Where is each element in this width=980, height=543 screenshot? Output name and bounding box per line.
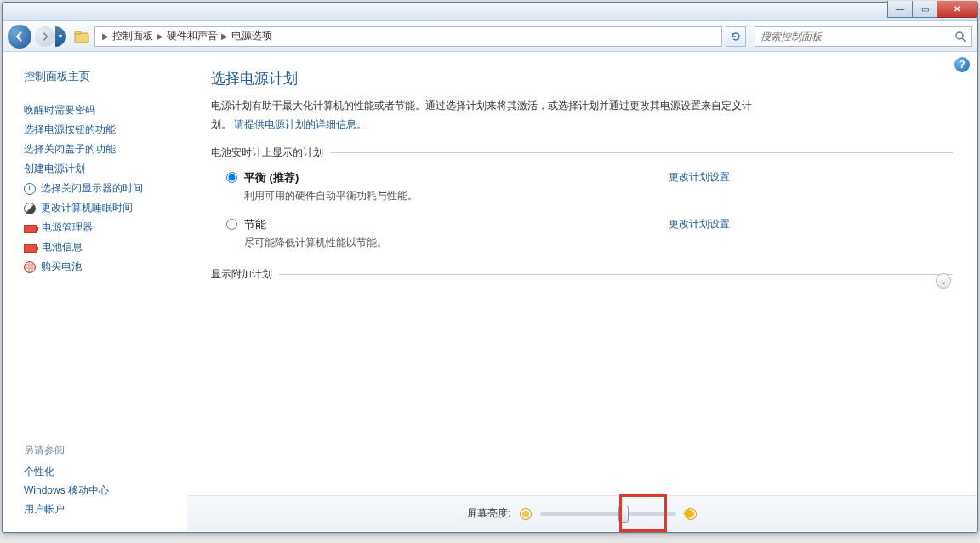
svg-point-2 bbox=[956, 32, 963, 39]
refresh-button[interactable] bbox=[726, 26, 746, 47]
svg-rect-0 bbox=[75, 33, 88, 43]
window: — ▭ ✕ ▾ ▶ 控制面板 ▶ 硬件和声音 ▶ 电源选项 bbox=[2, 2, 978, 533]
sidebar-item[interactable]: 唤醒时需要密码 bbox=[24, 103, 177, 117]
sidebar-item-label[interactable]: 创建电源计划 bbox=[24, 162, 85, 176]
sidebar-item-label[interactable]: 选择关闭盖子的功能 bbox=[24, 142, 116, 157]
breadcrumb-item[interactable]: 电源选项 bbox=[231, 29, 272, 43]
close-button[interactable]: ✕ bbox=[937, 1, 977, 18]
power-plan-option: 节能尽可能降低计算机性能以节能。更改计划设置 bbox=[211, 209, 738, 255]
search-input[interactable] bbox=[755, 31, 949, 43]
sidebar-item[interactable]: 创建电源计划 bbox=[24, 162, 177, 176]
batt-icon bbox=[24, 225, 37, 233]
breadcrumb-item[interactable]: 控制面板 bbox=[112, 29, 153, 43]
expand-button[interactable]: ⌄ bbox=[936, 273, 951, 289]
close-icon: ✕ bbox=[954, 4, 960, 14]
plan-group-legend: 电池安时计上显示的计划 bbox=[211, 146, 330, 160]
svg-rect-1 bbox=[75, 31, 81, 34]
plan-list: 平衡 (推荐)利用可用的硬件自动平衡功耗与性能。更改计划设置节能尽可能降低计算机… bbox=[211, 162, 953, 255]
sidebar-item[interactable]: 购买电池 bbox=[24, 260, 177, 274]
svg-line-3 bbox=[962, 38, 966, 42]
arrow-right-icon bbox=[40, 31, 50, 42]
minimize-icon: — bbox=[896, 4, 904, 14]
nav-history-dropdown[interactable]: ▾ bbox=[55, 26, 66, 47]
see-also-section: 另请参阅 个性化Windows 移动中心用户帐户 bbox=[24, 426, 177, 521]
clock-icon bbox=[24, 183, 36, 195]
sidebar-task-list: 唤醒时需要密码选择电源按钮的功能选择关闭盖子的功能创建电源计划选择关闭显示器的时… bbox=[24, 98, 177, 279]
breadcrumb-sep-icon: ▶ bbox=[102, 31, 109, 41]
search-box bbox=[755, 26, 972, 47]
sidebar-item[interactable]: 电池信息 bbox=[24, 240, 177, 254]
brightness-low-icon bbox=[520, 508, 532, 520]
toolbar: ▾ ▶ 控制面板 ▶ 硬件和声音 ▶ 电源选项 bbox=[3, 21, 977, 52]
sidebar-item[interactable]: 选择关闭显示器的时间 bbox=[24, 181, 177, 196]
maximize-button[interactable]: ▭ bbox=[912, 1, 937, 18]
see-also-item[interactable]: 用户帐户 bbox=[24, 502, 177, 517]
chevron-down-icon: ⌄ bbox=[940, 277, 947, 286]
brightness-label: 屏幕亮度: bbox=[467, 506, 510, 521]
breadcrumb-sep-icon: ▶ bbox=[157, 31, 163, 41]
sidebar-item[interactable]: 电源管理器 bbox=[24, 220, 177, 235]
search-button[interactable] bbox=[949, 31, 971, 43]
maximize-icon: ▭ bbox=[921, 4, 929, 14]
folder-icon bbox=[74, 30, 89, 43]
see-also-item[interactable]: Windows 移动中心 bbox=[24, 483, 177, 498]
sidebar-item-label[interactable]: 选择关闭显示器的时间 bbox=[41, 181, 143, 196]
refresh-icon bbox=[730, 31, 742, 43]
plan-group-legend: 显示附加计划 bbox=[211, 267, 279, 282]
search-icon bbox=[954, 31, 966, 43]
sidebar-item-label[interactable]: 更改计算机睡眠时间 bbox=[41, 201, 133, 215]
titlebar: — ▭ ✕ bbox=[3, 3, 977, 21]
plan-description: 尽可能降低计算机性能以节能。 bbox=[244, 236, 669, 250]
minimize-button[interactable]: — bbox=[887, 1, 913, 18]
sidebar-item-label[interactable]: 电源管理器 bbox=[42, 220, 93, 235]
intro-link[interactable]: 请提供电源计划的详细信息。 bbox=[234, 118, 367, 130]
breadcrumb-item[interactable]: 硬件和声音 bbox=[167, 29, 218, 43]
sidebar-item[interactable]: 选择关闭盖子的功能 bbox=[24, 142, 177, 157]
brightness-footer: 屏幕亮度: bbox=[187, 495, 977, 531]
plan-group-displayed: 电池安时计上显示的计划 平衡 (推荐)利用可用的硬件自动平衡功耗与性能。更改计划… bbox=[211, 146, 953, 255]
slider-thumb[interactable] bbox=[618, 506, 629, 523]
change-plan-settings-link[interactable]: 更改计划设置 bbox=[669, 170, 730, 185]
sidebar-item-label[interactable]: 选择电源按钮的功能 bbox=[24, 123, 116, 137]
page-title: 选择电源计划 bbox=[211, 69, 953, 89]
sidebar-item-label[interactable]: 购买电池 bbox=[41, 260, 82, 274]
brightness-slider[interactable] bbox=[540, 512, 676, 516]
nav-back-button[interactable] bbox=[8, 25, 31, 49]
page-intro: 电源计划有助于最大化计算机的性能或者节能。通过选择计划来将其激活，或选择计划并通… bbox=[211, 97, 755, 134]
see-also-header: 另请参阅 bbox=[24, 443, 177, 458]
sidebar: 控制面板主页 唤醒时需要密码选择电源按钮的功能选择关闭盖子的功能创建电源计划选择… bbox=[3, 54, 187, 531]
brightness-high-icon bbox=[685, 508, 697, 520]
see-also-list: 个性化Windows 移动中心用户帐户 bbox=[24, 465, 177, 517]
sidebar-item-label[interactable]: 电池信息 bbox=[42, 240, 83, 254]
sidebar-item-label[interactable]: 唤醒时需要密码 bbox=[24, 103, 95, 117]
globe-icon bbox=[24, 261, 36, 273]
change-plan-settings-link[interactable]: 更改计划设置 bbox=[669, 217, 730, 231]
power-plan-option: 平衡 (推荐)利用可用的硬件自动平衡功耗与性能。更改计划设置 bbox=[211, 162, 738, 209]
breadcrumb[interactable]: ▶ 控制面板 ▶ 硬件和声音 ▶ 电源选项 bbox=[94, 26, 722, 47]
plan-radio[interactable] bbox=[226, 172, 237, 183]
main-panel: 选择电源计划 电源计划有助于最大化计算机的性能或者节能。通过选择计划来将其激活，… bbox=[187, 54, 977, 531]
breadcrumb-sep-icon: ▶ bbox=[221, 31, 228, 41]
sidebar-item[interactable]: 更改计算机睡眠时间 bbox=[24, 201, 177, 215]
content: ? 控制面板主页 唤醒时需要密码选择电源按钮的功能选择关闭盖子的功能创建电源计划… bbox=[3, 54, 977, 531]
batt-icon bbox=[24, 244, 37, 253]
see-also-item[interactable]: 个性化 bbox=[24, 465, 177, 479]
plan-name: 节能 bbox=[244, 217, 669, 232]
control-panel-home-link[interactable]: 控制面板主页 bbox=[24, 69, 177, 84]
nav-forward-button[interactable] bbox=[35, 26, 55, 47]
sidebar-item[interactable]: 选择电源按钮的功能 bbox=[24, 123, 177, 137]
arrow-left-icon bbox=[14, 31, 26, 43]
window-controls: — ▭ ✕ bbox=[887, 1, 977, 18]
moon-icon bbox=[24, 203, 36, 214]
plan-name: 平衡 (推荐) bbox=[244, 170, 669, 186]
plan-radio[interactable] bbox=[226, 219, 237, 230]
plan-group-additional: 显示附加计划 ⌄ bbox=[211, 267, 953, 283]
plan-description: 利用可用的硬件自动平衡功耗与性能。 bbox=[244, 189, 669, 203]
